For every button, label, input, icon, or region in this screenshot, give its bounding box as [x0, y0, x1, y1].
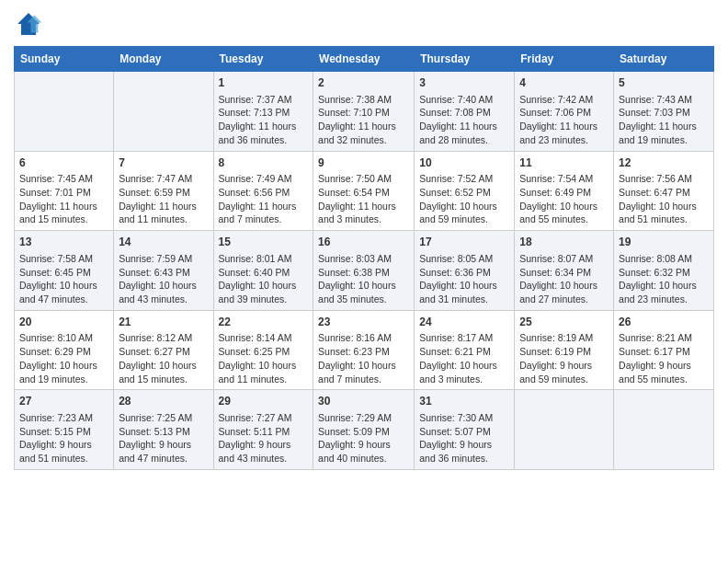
day-info: Sunrise: 8:05 AM Sunset: 6:36 PM Dayligh… [419, 252, 509, 306]
calendar-cell: 4Sunrise: 7:42 AM Sunset: 7:06 PM Daylig… [515, 72, 614, 152]
calendar-week-4: 20Sunrise: 8:10 AM Sunset: 6:29 PM Dayli… [15, 310, 714, 390]
day-info: Sunrise: 7:37 AM Sunset: 7:13 PM Dayligh… [219, 93, 309, 147]
day-number: 7 [119, 155, 208, 171]
calendar-cell: 3Sunrise: 7:40 AM Sunset: 7:08 PM Daylig… [415, 72, 515, 152]
calendar-cell: 10Sunrise: 7:52 AM Sunset: 6:52 PM Dayli… [415, 151, 515, 231]
calendar-cell [15, 72, 114, 152]
day-number: 15 [219, 235, 309, 250]
calendar-cell: 22Sunrise: 8:14 AM Sunset: 6:25 PM Dayli… [213, 310, 313, 390]
calendar-cell: 9Sunrise: 7:50 AM Sunset: 6:54 PM Daylig… [313, 151, 415, 231]
calendar-cell: 20Sunrise: 8:10 AM Sunset: 6:29 PM Dayli… [15, 310, 114, 390]
day-number: 12 [619, 155, 709, 171]
day-info: Sunrise: 7:29 AM Sunset: 5:09 PM Dayligh… [318, 411, 409, 465]
calendar-cell: 15Sunrise: 8:01 AM Sunset: 6:40 PM Dayli… [213, 231, 313, 311]
day-info: Sunrise: 8:01 AM Sunset: 6:40 PM Dayligh… [219, 252, 309, 306]
day-info: Sunrise: 8:21 AM Sunset: 6:17 PM Dayligh… [619, 331, 709, 385]
day-info: Sunrise: 7:38 AM Sunset: 7:10 PM Dayligh… [318, 93, 409, 147]
day-info: Sunrise: 7:50 AM Sunset: 6:54 PM Dayligh… [318, 172, 409, 226]
calendar-cell: 8Sunrise: 7:49 AM Sunset: 6:56 PM Daylig… [213, 151, 313, 231]
calendar-cell: 5Sunrise: 7:43 AM Sunset: 7:03 PM Daylig… [614, 72, 714, 152]
calendar-cell: 26Sunrise: 8:21 AM Sunset: 6:17 PM Dayli… [614, 310, 714, 390]
day-number: 4 [519, 75, 609, 91]
logo [14, 9, 47, 39]
day-info: Sunrise: 8:19 AM Sunset: 6:19 PM Dayligh… [519, 331, 609, 385]
day-number: 2 [318, 75, 409, 91]
calendar-cell [114, 72, 213, 152]
day-number: 25 [519, 315, 609, 330]
calendar-cell: 25Sunrise: 8:19 AM Sunset: 6:19 PM Dayli… [515, 310, 614, 390]
calendar-cell: 1Sunrise: 7:37 AM Sunset: 7:13 PM Daylig… [213, 72, 313, 152]
day-number: 26 [619, 315, 709, 330]
column-header-saturday: Saturday [614, 47, 714, 72]
calendar-cell: 30Sunrise: 7:29 AM Sunset: 5:09 PM Dayli… [313, 390, 415, 470]
day-info: Sunrise: 7:43 AM Sunset: 7:03 PM Dayligh… [619, 93, 709, 147]
day-info: Sunrise: 7:23 AM Sunset: 5:15 PM Dayligh… [19, 411, 108, 465]
day-info: Sunrise: 8:10 AM Sunset: 6:29 PM Dayligh… [19, 331, 108, 385]
column-header-monday: Monday [114, 47, 213, 72]
day-info: Sunrise: 8:08 AM Sunset: 6:32 PM Dayligh… [619, 252, 709, 306]
day-info: Sunrise: 8:07 AM Sunset: 6:34 PM Dayligh… [519, 252, 609, 306]
day-info: Sunrise: 7:40 AM Sunset: 7:08 PM Dayligh… [419, 93, 509, 147]
day-info: Sunrise: 7:30 AM Sunset: 5:07 PM Dayligh… [419, 411, 509, 465]
day-info: Sunrise: 8:14 AM Sunset: 6:25 PM Dayligh… [219, 331, 309, 385]
day-number: 19 [619, 235, 709, 250]
day-number: 22 [219, 315, 309, 330]
day-info: Sunrise: 7:47 AM Sunset: 6:59 PM Dayligh… [119, 172, 208, 226]
calendar-cell: 11Sunrise: 7:54 AM Sunset: 6:49 PM Dayli… [515, 151, 614, 231]
calendar-cell: 27Sunrise: 7:23 AM Sunset: 5:15 PM Dayli… [15, 390, 114, 470]
calendar-cell: 6Sunrise: 7:45 AM Sunset: 7:01 PM Daylig… [15, 151, 114, 231]
day-info: Sunrise: 8:17 AM Sunset: 6:21 PM Dayligh… [419, 331, 509, 385]
day-info: Sunrise: 7:42 AM Sunset: 7:06 PM Dayligh… [519, 93, 609, 147]
calendar-header: SundayMondayTuesdayWednesdayThursdayFrid… [15, 47, 714, 72]
calendar-cell: 18Sunrise: 8:07 AM Sunset: 6:34 PM Dayli… [515, 231, 614, 311]
day-info: Sunrise: 7:59 AM Sunset: 6:43 PM Dayligh… [119, 252, 208, 306]
day-number: 16 [318, 235, 409, 250]
calendar-cell: 7Sunrise: 7:47 AM Sunset: 6:59 PM Daylig… [114, 151, 213, 231]
calendar-cell: 16Sunrise: 8:03 AM Sunset: 6:38 PM Dayli… [313, 231, 415, 311]
calendar-cell: 28Sunrise: 7:25 AM Sunset: 5:13 PM Dayli… [114, 390, 213, 470]
day-info: Sunrise: 7:25 AM Sunset: 5:13 PM Dayligh… [119, 411, 208, 465]
day-info: Sunrise: 7:58 AM Sunset: 6:45 PM Dayligh… [19, 252, 108, 306]
calendar-cell [515, 390, 614, 470]
day-number: 10 [419, 155, 509, 171]
day-info: Sunrise: 7:45 AM Sunset: 7:01 PM Dayligh… [19, 172, 108, 226]
calendar-cell: 12Sunrise: 7:56 AM Sunset: 6:47 PM Dayli… [614, 151, 714, 231]
calendar-cell: 17Sunrise: 8:05 AM Sunset: 6:36 PM Dayli… [415, 231, 515, 311]
day-number: 3 [419, 75, 509, 91]
day-number: 30 [318, 394, 409, 409]
calendar-week-1: 1Sunrise: 7:37 AM Sunset: 7:13 PM Daylig… [15, 72, 714, 152]
day-number: 31 [419, 394, 509, 409]
calendar-cell: 23Sunrise: 8:16 AM Sunset: 6:23 PM Dayli… [313, 310, 415, 390]
day-number: 24 [419, 315, 509, 330]
day-number: 23 [318, 315, 409, 330]
day-number: 1 [219, 75, 309, 91]
day-number: 27 [19, 394, 108, 409]
day-info: Sunrise: 7:56 AM Sunset: 6:47 PM Dayligh… [619, 172, 709, 226]
day-number: 20 [19, 315, 108, 330]
column-header-thursday: Thursday [415, 47, 515, 72]
day-number: 29 [219, 394, 309, 409]
calendar-cell: 21Sunrise: 8:12 AM Sunset: 6:27 PM Dayli… [114, 310, 213, 390]
calendar-week-5: 27Sunrise: 7:23 AM Sunset: 5:15 PM Dayli… [15, 390, 714, 470]
day-number: 9 [318, 155, 409, 171]
day-number: 8 [219, 155, 309, 171]
day-number: 13 [19, 235, 108, 250]
day-number: 6 [19, 155, 108, 171]
calendar-cell: 19Sunrise: 8:08 AM Sunset: 6:32 PM Dayli… [614, 231, 714, 311]
calendar-body: 1Sunrise: 7:37 AM Sunset: 7:13 PM Daylig… [15, 72, 714, 470]
calendar-week-2: 6Sunrise: 7:45 AM Sunset: 7:01 PM Daylig… [15, 151, 714, 231]
day-number: 17 [419, 235, 509, 250]
logo-icon [14, 9, 43, 39]
calendar-cell: 31Sunrise: 7:30 AM Sunset: 5:07 PM Dayli… [415, 390, 515, 470]
day-number: 28 [119, 394, 208, 409]
column-header-wednesday: Wednesday [313, 47, 415, 72]
page-header [14, 9, 714, 39]
day-number: 5 [619, 75, 709, 91]
calendar-table: SundayMondayTuesdayWednesdayThursdayFrid… [14, 46, 714, 470]
column-header-friday: Friday [515, 47, 614, 72]
day-info: Sunrise: 7:52 AM Sunset: 6:52 PM Dayligh… [419, 172, 509, 226]
calendar-cell: 24Sunrise: 8:17 AM Sunset: 6:21 PM Dayli… [415, 310, 515, 390]
day-info: Sunrise: 8:16 AM Sunset: 6:23 PM Dayligh… [318, 331, 409, 385]
calendar-cell: 14Sunrise: 7:59 AM Sunset: 6:43 PM Dayli… [114, 231, 213, 311]
day-info: Sunrise: 7:54 AM Sunset: 6:49 PM Dayligh… [519, 172, 609, 226]
